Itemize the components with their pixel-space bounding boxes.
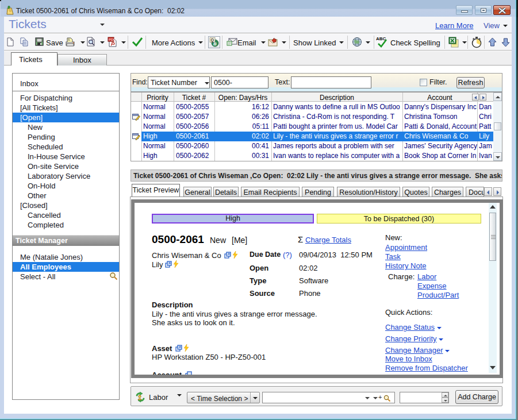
svg-text:B: B	[213, 41, 217, 47]
svg-text:ABC: ABC	[376, 36, 386, 41]
svg-text:PDF: PDF	[109, 38, 116, 41]
